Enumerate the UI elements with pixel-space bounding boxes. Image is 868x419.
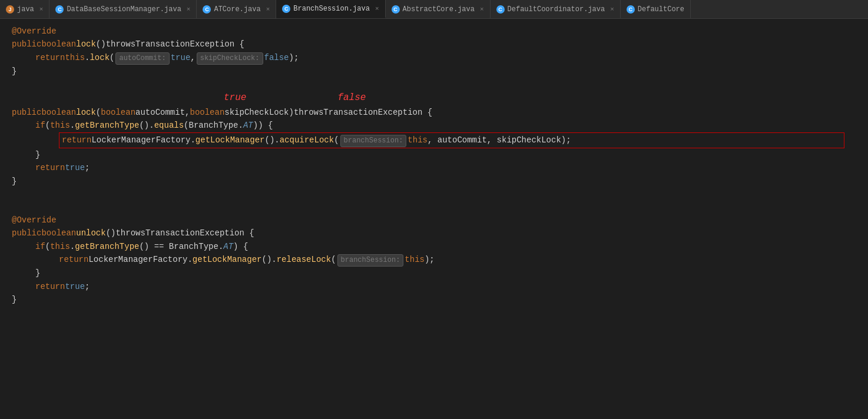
method-lock-call-1: lock <box>90 51 110 64</box>
close-if-2: ) { <box>233 240 248 253</box>
brace-close-2: } <box>12 175 16 188</box>
brace-close-if-2: } <box>35 267 40 280</box>
kw-if-2: if <box>35 240 45 253</box>
semicolon-2: ; <box>85 280 90 293</box>
val-true-1: true <box>171 51 191 64</box>
method-unlock: unlock <box>76 227 105 240</box>
hint-skipcheck-1: skipCheckLock: <box>197 52 263 65</box>
code-line-return-true-1: return true ; <box>0 161 868 174</box>
tab-close-atcore[interactable]: × <box>266 6 270 13</box>
kw-boolean-1: boolean <box>41 38 76 51</box>
code-line-close-if-1: } <box>0 148 868 161</box>
tab-branch[interactable]: CBranchSession.java× <box>276 0 385 18</box>
brace-close-3: } <box>12 293 16 306</box>
brace-close-if-1: } <box>35 148 40 161</box>
tab-close-dbsm[interactable]: × <box>187 6 191 13</box>
tab-icon-atcore: C <box>203 5 211 14</box>
at-val-2: AT <box>223 240 233 253</box>
paren-getbranch-1: (). <box>139 119 154 132</box>
annotation-override-2: @Override <box>12 214 57 227</box>
paren-release-open: ( <box>331 253 336 266</box>
tab-label-java: java <box>17 5 34 14</box>
this-2: this <box>50 119 70 132</box>
tab-icon-defaultcoord: C <box>496 5 505 14</box>
paren-getlock: (). <box>264 134 279 147</box>
at-val-1: AT <box>243 119 253 132</box>
kw-if-1: if <box>35 119 45 132</box>
hint-branchsession: branchSession: <box>340 135 407 147</box>
tab-icon-defaultcore: C <box>627 5 635 14</box>
empty-line-1 <box>0 78 868 91</box>
code-line-close-if-2: } <box>0 267 868 280</box>
tab-label-defaultcore: DefaultCore <box>638 5 684 14</box>
dot-3: . <box>70 240 75 253</box>
throws-3: throws <box>115 227 145 240</box>
exception-3: TransactionException { <box>145 227 254 240</box>
tab-label-dbsm: DataBaseSessionManager.java <box>67 5 181 14</box>
val-true-3: true <box>65 280 85 293</box>
tab-defaultcore[interactable]: CDefaultCore <box>621 0 691 18</box>
tab-icon-java: J <box>6 5 14 14</box>
kw-public-3: public <box>12 227 41 240</box>
paren-open-if-1: ( <box>45 119 50 132</box>
paren-open-if-2: ( <box>45 240 50 253</box>
method-getlock-2: getLockManager <box>193 253 262 266</box>
red-box: return LockerManagerFactory. getLockMana… <box>59 132 844 148</box>
tab-label-abstract: AbstractCore.java <box>403 5 475 14</box>
tab-close-branch[interactable]: × <box>375 5 379 12</box>
kw-return-5: return <box>35 280 65 293</box>
float-label-false: false <box>337 91 366 106</box>
tab-dbsm[interactable]: CDataBaseSessionManager.java× <box>49 0 197 18</box>
float-labels-container: true false <box>0 91 868 106</box>
paren-getbranch-2: () == BranchType. <box>139 240 223 253</box>
kw-return-4: return <box>59 253 88 266</box>
val-true-2: true <box>65 161 85 174</box>
close-paren-1: ); <box>289 51 299 64</box>
tab-close-abstract[interactable]: × <box>480 6 484 13</box>
code-line-return-release: return LockerManagerFactory. getLockMana… <box>0 253 868 267</box>
close-release: ); <box>425 253 435 266</box>
paren-acquire-open: ( <box>334 134 339 147</box>
dot-1: . <box>85 51 90 64</box>
code-line-close-3: } <box>0 293 868 306</box>
this-4: this <box>50 240 70 253</box>
kw-boolean-2: boolean <box>41 106 76 119</box>
kw-boolean-3: boolean <box>41 227 76 240</box>
tab-defaultcoord[interactable]: CDefaultCoordinator.java× <box>491 0 621 18</box>
exception-2: TransactionException { <box>323 106 432 119</box>
paren-1: () <box>96 38 106 51</box>
tab-label-branch: BranchSession.java <box>293 5 370 13</box>
tab-bar: Jjava×CDataBaseSessionManager.java×CATCo… <box>0 0 868 19</box>
throws-1: throws <box>106 38 135 51</box>
tab-java[interactable]: Jjava× <box>0 0 49 18</box>
param-autocommit: autoCommit, <box>135 106 190 119</box>
code-line-annotation-2: @Override <box>0 214 868 227</box>
tab-abstract[interactable]: CAbstractCore.java× <box>386 0 491 18</box>
hint-branchsession-2: branchSession: <box>337 254 404 267</box>
tab-icon-abstract: C <box>392 5 400 14</box>
code-line-if-1: if ( this . getBranchType (). equals (Br… <box>0 119 868 132</box>
kw-this-3: this <box>408 134 428 147</box>
close-if-1: )) { <box>253 119 273 132</box>
kw-public-1: public <box>12 38 41 51</box>
tab-label-atcore: ATCore.java <box>214 5 260 14</box>
tab-close-defaultcoord[interactable]: × <box>610 6 614 13</box>
code-line-lock-signature-1: public boolean lock () throws Transactio… <box>0 38 868 51</box>
tab-atcore[interactable]: CATCore.java× <box>197 0 276 18</box>
comma-2: , autoCommit, skipCheckLock); <box>428 134 571 147</box>
method-getbranchtype-1: getBranchType <box>75 119 139 132</box>
code-line-close-1: } <box>0 65 868 78</box>
code-line-if-2: if ( this . getBranchType () == BranchTy… <box>0 240 868 253</box>
code-line-return-locker: return LockerManagerFactory. getLockMana… <box>0 132 868 148</box>
kw-this-5: this <box>405 253 425 266</box>
code-line-annotation-1: @Override <box>0 25 868 38</box>
empty-line-2 <box>0 188 868 201</box>
this-1: this <box>65 51 85 64</box>
paren-open-2: ( <box>96 106 101 119</box>
kw-return-2: return <box>62 134 91 147</box>
tab-close-java[interactable]: × <box>39 6 44 13</box>
throws-2: throws <box>294 106 323 119</box>
kw-return-3: return <box>35 161 65 174</box>
kw-return-1: return <box>35 51 65 64</box>
method-equals-1: equals <box>154 119 184 132</box>
